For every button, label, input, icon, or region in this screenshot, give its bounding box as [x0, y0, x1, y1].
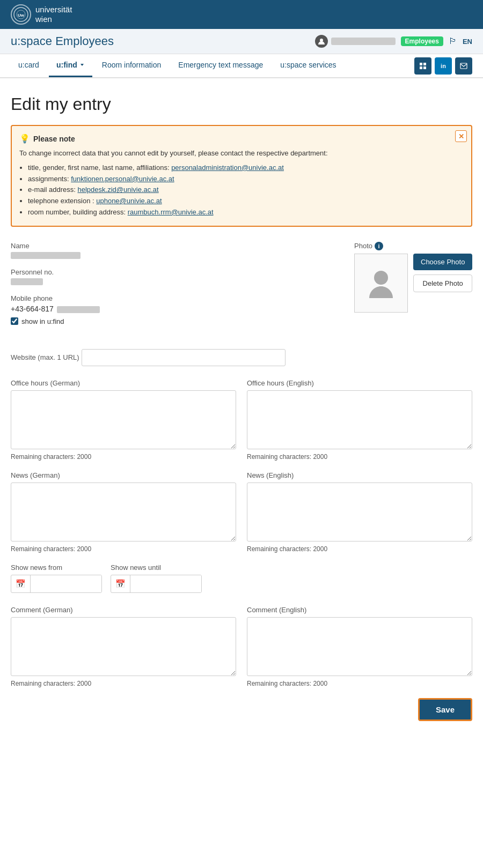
delete-photo-button[interactable]: Delete Photo: [413, 275, 472, 292]
nav-ufind[interactable]: u:find: [49, 54, 92, 77]
office-hours-section: Office hours (German) Remaining characte…: [11, 379, 472, 461]
news-en-input[interactable]: [247, 483, 472, 541]
show-news-until-calendar-icon[interactable]: 📅: [111, 575, 130, 592]
mobile-phone-blurred: [56, 305, 100, 313]
svg-point-9: [374, 271, 388, 285]
office-hours-de-remaining: Remaining characters: 2000: [11, 453, 236, 461]
show-news-from-group: Show news from 📅 ✕: [11, 563, 102, 593]
news-de-label: News (German): [11, 471, 236, 479]
personnel-blurred: [11, 278, 43, 285]
email-link-raumbuch[interactable]: raumbuch.rrm@univie.ac.at: [128, 208, 214, 216]
comment-en-label: Comment (English): [247, 606, 472, 614]
show-news-from-label: Show news from: [11, 563, 102, 572]
office-hours-en-input[interactable]: [247, 390, 472, 449]
comment-section: Comment (German) Remaining characters: 2…: [11, 606, 472, 687]
show-news-from-input[interactable]: [31, 575, 102, 592]
show-in-ufind-checkbox[interactable]: [11, 317, 18, 325]
news-en-col: News (English) Remaining characters: 200…: [247, 471, 472, 553]
show-in-ufind-row: show in u:find: [11, 317, 343, 325]
comment-de-input[interactable]: [11, 617, 236, 676]
show-news-from-input-wrap: 📅 ✕: [11, 575, 102, 593]
office-hours-en-label: Office hours (English): [247, 379, 472, 387]
bulb-icon: 💡: [19, 133, 30, 144]
alert-list: title, gender, first name, last name, af…: [28, 162, 450, 218]
language-label: EN: [463, 38, 472, 46]
alert-item: room number, building address: raumbuch.…: [28, 207, 450, 218]
email-link-uphone[interactable]: uphone@univie.ac.at: [96, 197, 162, 205]
alert-item: telephone extension : uphone@univie.ac.a…: [28, 196, 450, 207]
save-row: Save: [11, 698, 472, 721]
name-photo-section: Name Personnel no. Mobile phone +43-664-…: [11, 242, 472, 333]
svg-rect-7: [423, 66, 426, 69]
user-avatar: [315, 35, 328, 48]
main-content: Edit my entry ✕ 💡 Please note To change …: [0, 78, 483, 743]
comment-en-remaining: Remaining characters: 2000: [247, 680, 472, 687]
office-hours-en-col: Office hours (English) Remaining charact…: [247, 379, 472, 461]
photo-info-icon[interactable]: i: [375, 242, 383, 250]
show-news-until-label: Show news until: [111, 563, 202, 572]
news-en-remaining: Remaining characters: 2000: [247, 545, 472, 553]
email-link-helpdesk[interactable]: helpdesk.zid@univie.ac.at: [77, 186, 158, 194]
personnel-value: [11, 278, 343, 287]
alert-item: title, gender, first name, last name, af…: [28, 162, 450, 174]
office-hours-de-label: Office hours (German): [11, 379, 236, 387]
news-de-input[interactable]: [11, 483, 236, 541]
uni-logo: Uw: [11, 4, 31, 25]
comment-de-col: Comment (German) Remaining characters: 2…: [11, 606, 236, 687]
name-value: [11, 252, 343, 261]
comment-en-col: Comment (English) Remaining characters: …: [247, 606, 472, 687]
name-label: Name: [11, 242, 343, 250]
office-hours-de-input[interactable]: [11, 390, 236, 449]
nav-uspace-services[interactable]: u:space services: [273, 54, 343, 77]
office-hours-en-remaining: Remaining characters: 2000: [247, 453, 472, 461]
secondary-header: u:space Employees Employees 🏳 EN: [0, 29, 483, 54]
alert-box: ✕ 💡 Please note To change incorrect data…: [11, 125, 472, 227]
show-news-until-input[interactable]: [130, 575, 202, 592]
nav-bar: u:card u:find Room information Emergency…: [0, 54, 483, 78]
nav-ucard[interactable]: u:card: [11, 54, 47, 77]
photo-placeholder: [367, 267, 396, 299]
alert-close-button[interactable]: ✕: [455, 130, 467, 142]
email-link-personaladmin[interactable]: personaladministration@univie.ac.at: [171, 164, 284, 172]
email-link-funktionen[interactable]: funktionen.personal@univie.ac.at: [71, 175, 174, 183]
nav-icon-email[interactable]: [455, 57, 472, 75]
comment-en-input[interactable]: [247, 617, 472, 676]
app-title: u:space Employees: [11, 34, 114, 48]
comment-de-remaining: Remaining characters: 2000: [11, 680, 236, 687]
comment-de-label: Comment (German): [11, 606, 236, 614]
news-de-col: News (German) Remaining characters: 2000: [11, 471, 236, 553]
logo-area: Uw universität wien: [11, 4, 72, 25]
photo-box: [354, 254, 408, 313]
nav-emergency-text[interactable]: Emergency text message: [171, 54, 270, 77]
flag-icon: 🏳: [449, 36, 457, 46]
user-info: [315, 35, 396, 48]
header-right: Employees 🏳 EN: [315, 35, 472, 48]
alert-item: assignments: funktionen.personal@univie.…: [28, 174, 450, 185]
mobile-phone-row: +43-664-817: [11, 305, 343, 313]
photo-buttons: Choose Photo Delete Photo: [413, 254, 472, 292]
page-title: Edit my entry: [11, 94, 472, 114]
photo-section: Photo i Choose Photo Delete Photo: [354, 242, 472, 313]
nav-room-information[interactable]: Room information: [94, 54, 169, 77]
svg-rect-6: [420, 66, 422, 69]
photo-container: Choose Photo Delete Photo: [354, 254, 472, 313]
svg-rect-8: [460, 63, 467, 69]
employees-badge: Employees: [401, 36, 443, 46]
nav-icon-grid[interactable]: [414, 57, 431, 75]
save-button[interactable]: Save: [418, 698, 472, 721]
website-input[interactable]: [82, 349, 286, 366]
photo-label: Photo i: [354, 242, 383, 250]
show-news-from-calendar-icon[interactable]: 📅: [11, 575, 31, 592]
name-blurred: [11, 252, 80, 259]
personnel-label: Personnel no.: [11, 268, 343, 276]
news-section: News (German) Remaining characters: 2000…: [11, 471, 472, 553]
choose-photo-button[interactable]: Choose Photo: [413, 254, 472, 270]
office-hours-de-col: Office hours (German) Remaining characte…: [11, 379, 236, 461]
alert-title: 💡 Please note: [19, 133, 450, 144]
nav-icon-linkedin[interactable]: in: [435, 57, 452, 75]
logo-text: universität wien: [35, 5, 72, 24]
show-news-until-group: Show news until 📅 ✕: [111, 563, 202, 593]
nav-icons: in: [414, 57, 472, 75]
svg-rect-5: [423, 63, 426, 65]
website-section: Website (max. 1 URL): [11, 349, 472, 366]
